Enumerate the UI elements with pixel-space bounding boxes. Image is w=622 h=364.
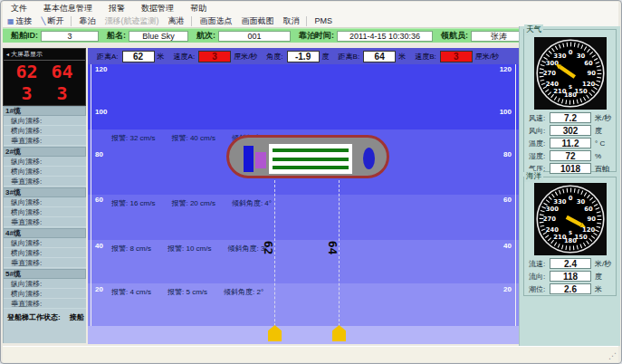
alarm-speed-a: 报警: 8 cm/s: [111, 244, 151, 254]
alarm-angle: 倾斜角度: 2°: [224, 287, 263, 297]
alarm-speed-b: 报警: 5 cm/s: [167, 287, 207, 297]
list-item[interactable]: 纵向漂移:: [4, 157, 86, 167]
list-item[interactable]: 横向漂移:: [4, 167, 86, 177]
alarm-speed-a: 报警: 4 cm/s: [111, 287, 151, 297]
cable-group-1: 1#缆 纵向漂移: 横向漂移: 垂直漂移:: [4, 106, 86, 147]
cable-group-header[interactable]: 2#缆: [4, 147, 86, 157]
list-item[interactable]: 垂直漂移:: [4, 136, 86, 146]
weather-row: 湿度:72%: [524, 149, 616, 162]
menu-data[interactable]: 数据管理: [133, 3, 182, 14]
berth-button[interactable]: 靠泊: [74, 15, 100, 27]
gauge-tick-label: 240: [546, 226, 559, 234]
menu-basic-info[interactable]: 基本信息管理: [35, 3, 100, 14]
alarm-speed-a: 报警: 16 cm/s: [111, 198, 155, 208]
parameter-bar: 距离A: 62 米 速度A: 3 厘米/秒 角度: -1.9 度 距离B: 64…: [88, 48, 519, 64]
list-item[interactable]: 纵向漂移:: [4, 238, 86, 248]
gauge-tick-label: 270: [543, 216, 556, 223]
cable-group-header[interactable]: 1#缆: [4, 106, 86, 116]
screenshot-button[interactable]: 画面截图: [236, 15, 278, 27]
humidity-value: 72: [550, 150, 591, 161]
gauge-tick-label: 0: [569, 195, 573, 202]
mooring-sidebar: 1#缆 纵向漂移: 横向漂移: 垂直漂移: 2#缆 纵向漂移: 横向漂移: 垂直…: [3, 106, 86, 343]
axis-label: 60: [95, 196, 103, 204]
list-item[interactable]: 横向漂移:: [4, 126, 86, 136]
gauge-south-label: S: [569, 84, 572, 90]
speed-readout-row: 3 3: [4, 82, 85, 104]
disconnect-icon: ╲: [42, 17, 46, 25]
depart-button[interactable]: 离港: [163, 15, 188, 27]
axis-label: 80: [503, 150, 512, 158]
distance-a-label: 距离A:: [97, 52, 119, 62]
gauge-tick-label: 120: [582, 81, 595, 88]
alarm-threshold-row: 报警: 16 cm/s 报警: 20 cm/s 倾斜角度: 4°: [111, 198, 272, 208]
gangway-status-label: 登船梯工作状态:: [7, 313, 61, 321]
temperature-unit: ° C: [591, 139, 605, 148]
ship-id-field[interactable]: 3: [41, 31, 99, 42]
cable-group-header[interactable]: 4#缆: [4, 228, 86, 238]
ship-name-field[interactable]: Blue Sky: [129, 31, 188, 42]
ship-id-label: 船舶ID:: [11, 30, 38, 42]
list-item[interactable]: 纵向漂移:: [4, 116, 86, 126]
speed-a-unit: 厘米/秒: [234, 52, 257, 62]
alarm-speed-b: 报警: 10 cm/s: [167, 244, 211, 254]
measure-line-a-label: 62: [262, 241, 275, 255]
list-item[interactable]: 纵向漂移:: [4, 197, 86, 207]
distance-a-readout: 62: [15, 61, 37, 82]
gangway-status: 登船梯工作状态:接船: [4, 312, 86, 322]
app-window: 文件 基本信息管理 报警 数据管理 帮助 ▦连接 ╲断开 靠泊 漂移(航迹监测)…: [0, 0, 622, 364]
list-item[interactable]: 垂直漂移:: [4, 299, 86, 309]
menu-help[interactable]: 帮助: [182, 3, 215, 14]
current-speed-label: 流速:: [524, 259, 550, 269]
list-item[interactable]: 横向漂移:: [4, 289, 86, 299]
humidity-label: 湿度:: [524, 151, 550, 161]
distance-a-value: 62: [122, 51, 155, 62]
tide-level-unit: 米: [591, 284, 602, 294]
gauge-tick-label: 210: [553, 234, 566, 241]
gauge-tick-label: 60: [584, 60, 593, 67]
list-item[interactable]: 垂直漂移:: [4, 177, 86, 187]
cable-group-header[interactable]: 5#缆: [4, 269, 86, 279]
wind-direction-gauge: 0 30 60 90 120 150 180 210 240 270 300 3…: [534, 37, 607, 110]
ship-deckhouse-block: [255, 152, 266, 168]
dock-band: [88, 326, 519, 344]
axis-label: 120: [500, 65, 512, 73]
toolbar-separator: [191, 16, 192, 26]
alarm-threshold-row: 报警: 8 cm/s 报警: 10 cm/s 倾斜角度: 3°: [111, 244, 268, 254]
ship-name-label: 船名:: [107, 30, 126, 42]
resize-grip[interactable]: ⋰: [608, 351, 617, 360]
menu-bar: 文件 基本信息管理 报警 数据管理 帮助: [3, 2, 618, 14]
connect-button[interactable]: ▦连接: [3, 15, 37, 27]
environment-panel: 天气 0 30 60 90 120 150 180 210 240 270: [519, 26, 620, 346]
pms-button[interactable]: PMS: [310, 16, 337, 25]
cancel-button[interactable]: 取消: [278, 15, 303, 27]
list-item[interactable]: 垂直漂移:: [4, 217, 86, 227]
list-item[interactable]: 横向漂移:: [4, 248, 86, 258]
distance-b-readout: 64: [51, 61, 72, 82]
voyage-field[interactable]: 001: [218, 31, 291, 42]
list-item[interactable]: 垂直漂移:: [4, 258, 86, 268]
list-item[interactable]: 纵向漂移:: [4, 279, 86, 289]
weather-row: 温度:11.2° C: [524, 137, 616, 149]
toolbar-separator: [306, 16, 307, 26]
disconnect-button[interactable]: ╲断开: [37, 15, 69, 27]
weather-row: 风向:302度: [524, 124, 616, 137]
menu-alarm[interactable]: 报警: [100, 3, 133, 14]
speed-a-label: 速度A:: [174, 52, 196, 62]
pilot-label: 领航员:: [441, 30, 468, 42]
speed-a-readout: 3: [21, 82, 32, 104]
berth-time-field[interactable]: 2011-4-15 10:30:36: [337, 31, 433, 42]
pick-point-button[interactable]: 画面选点: [195, 15, 236, 27]
alarm-speed-b: 报警: 20 cm/s: [171, 198, 215, 208]
left-axis-line: [91, 64, 91, 326]
temperature-label: 温度:: [524, 139, 550, 148]
cable-group-header[interactable]: 3#缆: [4, 187, 86, 197]
measure-line-a: [274, 180, 275, 330]
pressure-unit: 百帕: [591, 164, 609, 174]
list-item[interactable]: 横向漂移:: [4, 207, 86, 217]
menu-file[interactable]: 文件: [3, 3, 35, 14]
measure-line-b-label: 64: [326, 241, 340, 255]
alarm-angle: 倾斜角度: 4°: [232, 198, 272, 208]
display-panel-header[interactable]: ◄ 大屏幕显示: [4, 49, 85, 61]
cargo-stripe: [273, 148, 349, 152]
distance-b-label: 距离B:: [339, 52, 360, 62]
